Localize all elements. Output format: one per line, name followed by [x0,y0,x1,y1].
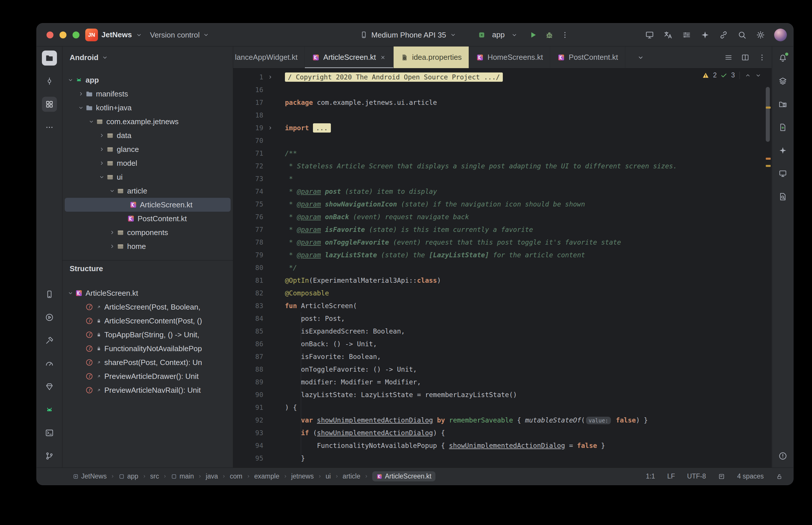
code-line-94[interactable]: 94 FunctionalityNotAvailablePopup { show… [233,439,765,452]
code-text[interactable]: * @param onBack (event) request navigate… [283,213,469,221]
gutter[interactable]: 77 [233,226,283,233]
gutter[interactable]: 84 [233,315,283,322]
code-line-74[interactable]: 74 * @param post (state) item to display [233,185,765,198]
resource-manager-button[interactable] [775,120,790,135]
project-item-app[interactable]: app [62,73,233,87]
code-text[interactable]: * [283,175,293,182]
project-item-com.example.jetnews[interactable]: com.example.jetnews [62,115,233,129]
indent-info[interactable]: 4 spaces [737,472,764,480]
structure-item-PreviewArticleDrawer(): Unit[interactable]: fPreviewArticleDrawer(): Unit [62,369,233,383]
code-text[interactable]: * @param post (state) item to display [283,188,437,195]
code-line-83[interactable]: 83fun ArticleScreen( [233,299,765,312]
problems-button[interactable] [775,449,790,464]
prev-issue-icon[interactable] [744,72,751,79]
vcs-widget[interactable]: Version control [150,30,209,39]
file-encoding[interactable]: UTF-8 [687,472,706,480]
view-options-icon[interactable] [682,30,692,40]
debug-button[interactable] [544,30,554,40]
editor-tab-ArticleScreen.kt[interactable]: ArticleScreen.kt [305,46,394,68]
code-line-86[interactable]: 86 onBack: () -> Unit, [233,338,765,350]
device-mirroring-icon[interactable] [645,30,654,40]
services-button[interactable] [42,310,57,325]
caret-position[interactable]: 1:1 [646,472,655,480]
chevron-right-icon[interactable] [98,145,106,154]
code-line-81[interactable]: 81@OptIn(ExperimentalMaterial3Api::class… [233,274,765,287]
chevron-down-icon[interactable] [66,289,75,297]
code-line-1[interactable]: 1/ Copyright 2020 The Android Open Sourc… [233,71,765,84]
chevron-down-icon[interactable] [87,117,95,126]
code-text[interactable]: FunctionalityNotAvailablePopup { showUni… [283,442,605,449]
gutter[interactable]: 93 [233,429,283,437]
code-style-icon[interactable] [718,473,725,480]
code-text[interactable]: import ... [283,124,331,132]
gutter[interactable]: 18 [233,111,283,119]
code-text[interactable]: fun ArticleScreen( [283,302,357,310]
code-text[interactable]: isFavorite: Boolean, [283,353,381,360]
code-text[interactable]: onToggleFavorite: () -> Unit, [283,365,417,373]
gutter[interactable]: 82 [233,289,283,297]
close-window-button[interactable] [46,31,54,39]
breadcrumb-jetnews[interactable]: jetnews [291,472,314,480]
chevron-down-icon[interactable] [66,76,75,84]
gutter[interactable]: 85 [233,328,283,335]
gutter[interactable]: 81 [233,277,283,284]
warning-stripe-mark[interactable] [766,107,771,109]
code-line-84[interactable]: 84 post: Post, [233,312,765,325]
warning-stripe-mark[interactable] [766,158,771,160]
code-line-75[interactable]: 75 * @param showNavigationIcon (state) i… [233,198,765,211]
app-quality-insights-button[interactable] [775,189,790,204]
ai-assistant-icon[interactable] [700,30,710,40]
project-item-data[interactable]: data [62,129,233,142]
logcat-button[interactable] [42,402,57,417]
code-line-76[interactable]: 76 * @param onBack (event) request navig… [233,211,765,223]
breadcrumb-article[interactable]: article [343,472,360,480]
gutter[interactable]: 71 [233,150,283,157]
editor-scrollbar[interactable] [766,87,770,142]
run-config-name[interactable]: app [492,30,504,39]
code-line-80[interactable]: 80 */ [233,261,765,274]
code-text[interactable]: * Stateless Article Screen that displays… [283,162,677,170]
profiler-button[interactable] [42,356,57,371]
structure-item-TopAppBar(String, () -> Unit,[interactable]: fTopAppBar(String, () -> Unit, [62,328,233,342]
code-text[interactable]: isExpandedScreen: Boolean, [283,328,405,335]
code-text[interactable]: * @param onToggleFavorite (event) reques… [283,239,621,246]
code-line-89[interactable]: 89 modifier: Modifier = Modifier, [233,376,765,388]
breadcrumb-com[interactable]: com [230,472,242,480]
gutter[interactable]: 79 [233,251,283,259]
gutter[interactable]: 94 [233,442,283,449]
code-text[interactable]: onBack: () -> Unit, [283,340,377,348]
gutter[interactable]: 83 [233,302,283,310]
breadcrumb-java[interactable]: java [206,472,218,480]
gutter[interactable]: 95 [233,454,283,462]
gutter[interactable]: 74 [233,188,283,195]
breadcrumb-src[interactable]: src [150,472,159,480]
run-button[interactable] [528,30,538,40]
breadcrumb-app[interactable]: app [118,472,138,480]
gutter[interactable]: 88 [233,365,283,373]
file-writable-icon[interactable] [776,473,783,480]
chevron-right-icon[interactable] [108,242,116,251]
code-line-72[interactable]: 72 * Stateless Article Screen that displ… [233,160,765,172]
code-line-71[interactable]: 71/** [233,147,765,160]
chevron-right-icon[interactable] [77,90,85,98]
code-text[interactable]: package com.example.jetnews.ui.article [283,99,437,106]
structure-item-sharePost(Post, Context): Un[interactable]: fsharePost(Post, Context): Un [62,356,233,369]
project-item-ArticleScreen.kt[interactable]: ArticleScreen.kt [65,198,231,212]
running-devices-button[interactable] [775,166,790,181]
project-item-PostContent.kt[interactable]: PostContent.kt [62,212,233,226]
device-selector[interactable]: Medium Phone API 35 [360,30,457,39]
gutter[interactable]: 75 [233,200,283,208]
project-item-glance[interactable]: glance [62,142,233,156]
minimize-window-button[interactable] [60,31,67,39]
code-text[interactable]: /** [283,150,297,157]
gemini-button[interactable] [775,143,790,158]
notifications-button[interactable] [775,50,790,65]
code-line-90[interactable]: 90 lazyListState: LazyListState = rememb… [233,388,765,401]
structure-item-FunctionalityNotAvailablePop[interactable]: fFunctionalityNotAvailablePop [62,342,233,356]
project-item-article[interactable]: article [62,184,233,198]
hidden-tabs-button[interactable] [637,54,645,61]
project-item-ui[interactable]: ui [62,170,233,184]
code-line-85[interactable]: 85 isExpandedScreen: Boolean, [233,325,765,338]
version-control-button[interactable] [42,449,57,464]
code-line-77[interactable]: 77 * @param isFavorite (state) is this i… [233,223,765,236]
